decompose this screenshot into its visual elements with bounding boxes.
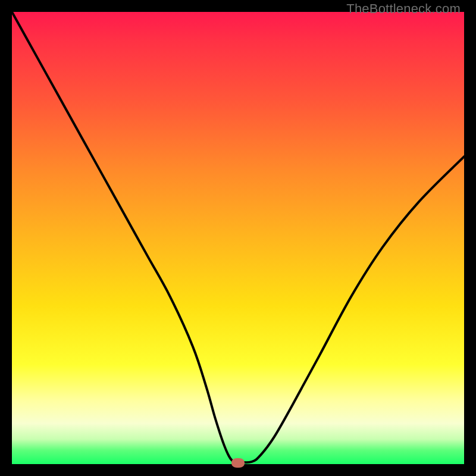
bottleneck-curve — [12, 12, 464, 464]
optimal-marker — [231, 458, 245, 468]
chart-frame: TheBottleneck.com — [0, 0, 476, 476]
watermark-text: TheBottleneck.com — [346, 1, 461, 17]
plot-area — [12, 12, 464, 464]
